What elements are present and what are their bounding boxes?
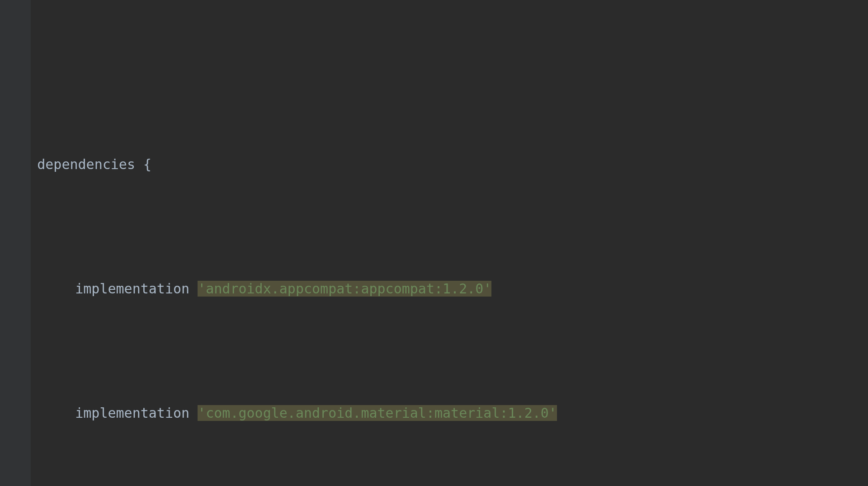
keyword-dependencies: dependencies [37, 156, 135, 172]
code-line[interactable]: implementation 'androidx.appcompat:appco… [0, 251, 868, 276]
code-line[interactable]: dependencies { [0, 127, 868, 152]
keyword-implementation: implementation [75, 281, 189, 297]
code-line[interactable]: implementation 'com.google.android.mater… [0, 376, 868, 401]
keyword-implementation: implementation [75, 405, 189, 421]
string-literal: 'com.google.android.material:material:1.… [198, 405, 557, 421]
string-literal: 'androidx.appcompat:appcompat:1.2.0' [198, 281, 491, 297]
brace-open: { [143, 156, 151, 172]
code-editor[interactable]: dependencies { implementation 'androidx.… [0, 0, 868, 486]
